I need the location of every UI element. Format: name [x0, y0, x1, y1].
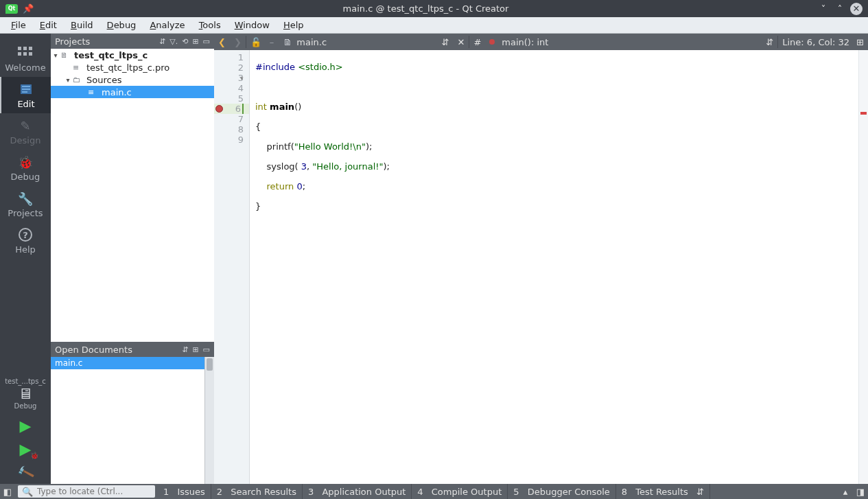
symbol-dropdown-icon[interactable]: ⇵ [762, 37, 777, 47]
status-bar: ◧ 🔍 1 Issues 2 Search Results 3 Applicat… [0, 484, 868, 499]
open-doc-item[interactable]: main.c [51, 357, 214, 369]
toggle-sidebar-button[interactable]: ◧ [0, 487, 15, 497]
mode-bar: Welcome Edit ✎ Design 🐞 Debug 🔧 Projects… [0, 34, 51, 484]
pane-test-results[interactable]: 8 Test Results ⇵ [616, 484, 710, 499]
close-panel-icon[interactable]: ▭ [203, 37, 210, 46]
menu-debug[interactable]: Debug [102, 19, 142, 32]
mode-help[interactable]: ? Help [0, 222, 51, 259]
breakpoint-marker[interactable] [215, 105, 223, 113]
menu-help[interactable]: Help [278, 19, 309, 32]
menu-analyze[interactable]: Analyze [144, 19, 190, 32]
cursor-position[interactable]: Line: 6, Col: 32 [782, 37, 849, 47]
file-icon: 🗎 [283, 37, 292, 47]
svg-rect-5 [29, 52, 32, 56]
side-panels: Projects ⇵ ▽. ⟲ ⊞ ▭ ▾🗎test_qtc_ltps_c ≡t… [51, 34, 214, 484]
outline-icon[interactable]: # [469, 37, 485, 47]
menu-build[interactable]: Build [65, 19, 99, 32]
play-icon: ▶ [20, 417, 32, 434]
pane-debugger-console[interactable]: 5 Debugger Console [508, 484, 616, 499]
code-editor[interactable]: 1 2 3▾ 4 5 6 7 8 9 #include <stdio.h> in… [214, 50, 868, 484]
svg-rect-7 [22, 86, 30, 87]
mode-debug[interactable]: 🐞 Debug [0, 150, 51, 186]
run-button[interactable]: ▶ [0, 414, 51, 437]
target-selector[interactable]: test_...tps_c 🖥 Debug [0, 373, 51, 414]
menu-file[interactable]: File [5, 19, 32, 32]
tree-file-main-c[interactable]: ≡main.c [51, 86, 214, 98]
mode-design: ✎ Design [0, 113, 51, 150]
mode-label: Debug [11, 172, 40, 182]
dropdown-icon[interactable]: ⇵ [159, 37, 165, 46]
locator-input[interactable] [37, 487, 151, 496]
svg-rect-1 [23, 47, 27, 50]
window-titlebar: Qt 📌 main.c @ test_qtc_ltps_c - Qt Creat… [0, 0, 868, 17]
file-dropdown-icon[interactable]: ⇵ [438, 37, 454, 47]
search-icon: 🔍 [22, 487, 33, 497]
open-documents-list[interactable]: main.c [51, 357, 214, 484]
scroll-marker [860, 112, 867, 115]
target-config: Debug [0, 402, 51, 410]
mode-label: Edit [17, 99, 34, 109]
mode-welcome[interactable]: Welcome [0, 40, 51, 77]
editor-symbol[interactable]: main(): int [499, 37, 551, 47]
file-selector[interactable]: 🗎 main.c [278, 37, 332, 47]
scrollbar[interactable] [204, 357, 214, 484]
maximize-button[interactable]: ˄ [834, 3, 846, 15]
menu-bar: File Edit Build Debug Analyze Tools Wind… [0, 17, 868, 34]
dropdown-icon[interactable]: ⇵ [182, 345, 188, 354]
close-panel-icon[interactable]: ▭ [203, 345, 210, 354]
mode-label: Projects [8, 208, 43, 218]
breakpoint-dot-icon [489, 39, 495, 45]
editor-scrollbar[interactable] [858, 50, 868, 484]
mode-label: Help [15, 244, 36, 255]
menu-window[interactable]: Window [229, 19, 275, 32]
tree-sources-folder[interactable]: ▾🗀Sources [51, 73, 214, 86]
open-docs-header: Open Documents ⇵ ⊞ ▭ [51, 342, 214, 357]
open-documents-panel: Open Documents ⇵ ⊞ ▭ main.c [51, 342, 214, 484]
locator[interactable]: 🔍 [18, 485, 155, 498]
grid-icon [17, 46, 34, 60]
pane-issues[interactable]: 1 Issues [158, 484, 211, 499]
nav-forward-button[interactable]: ❯ [230, 37, 246, 47]
svg-rect-8 [22, 89, 30, 90]
wrench-icon: 🔧 [17, 192, 34, 205]
link-icon[interactable]: ⟲ [182, 37, 188, 46]
line-gutter[interactable]: 1 2 3▾ 4 5 6 7 8 9 [214, 50, 250, 484]
svg-rect-9 [22, 91, 27, 93]
split-icon[interactable]: ⊞ [192, 345, 198, 354]
nav-back-button[interactable]: ❮ [214, 37, 230, 47]
tree-pro-file[interactable]: ≡test_qtc_ltps_c.pro [51, 61, 214, 73]
build-button[interactable]: 🔨 [0, 461, 51, 484]
menu-edit[interactable]: Edit [34, 19, 62, 32]
play-icon: ▶ [20, 441, 32, 458]
bug-overlay-icon: 🐞 [30, 452, 38, 459]
edit-icon [18, 82, 34, 96]
split-icon[interactable]: ⊞ [192, 37, 198, 46]
scroll-thumb[interactable] [207, 358, 213, 371]
pane-search-results[interactable]: 2 Search Results [211, 484, 303, 499]
pin-icon[interactable]: 📌 [22, 3, 34, 15]
file-icon: ≡ [73, 63, 84, 72]
monitor-icon: 🖥 [0, 385, 51, 402]
bar-separator: – [266, 37, 279, 47]
close-button[interactable]: ✕ [850, 3, 863, 15]
menu-tools[interactable]: Tools [193, 19, 226, 32]
lock-icon[interactable]: 🔓 [246, 37, 266, 47]
code-text[interactable]: #include <stdio.h> int main() { printf("… [250, 50, 858, 484]
project-tree[interactable]: ▾🗎test_qtc_ltps_c ≡test_qtc_ltps_c.pro ▾… [51, 49, 214, 342]
pane-compile-output[interactable]: 4 Compile Output [412, 484, 508, 499]
close-file-button[interactable]: ✕ [453, 37, 469, 47]
mode-edit[interactable]: Edit [0, 77, 51, 113]
hammer-icon: 🔨 [16, 463, 35, 481]
minimize-button[interactable]: ˅ [817, 3, 830, 15]
toggle-right-sidebar-button[interactable]: ◨ [853, 487, 868, 497]
expand-pane-button[interactable]: ▴ [838, 487, 853, 497]
fold-icon[interactable]: ▾ [240, 73, 244, 84]
debug-run-button[interactable]: ▶ 🐞 [0, 437, 51, 461]
filter-icon[interactable]: ▽. [169, 37, 178, 46]
pane-application-output[interactable]: 3 Application Output [303, 484, 412, 499]
editor-area: ❮ ❯ 🔓 – 🗎 main.c ⇵ ✕ # main(): int ⇵ Lin… [214, 34, 868, 484]
svg-text:?: ? [23, 230, 28, 240]
split-editor-icon[interactable]: ⊞ [856, 37, 864, 47]
mode-projects[interactable]: 🔧 Projects [0, 186, 51, 222]
tree-project-root[interactable]: ▾🗎test_qtc_ltps_c [51, 49, 214, 61]
